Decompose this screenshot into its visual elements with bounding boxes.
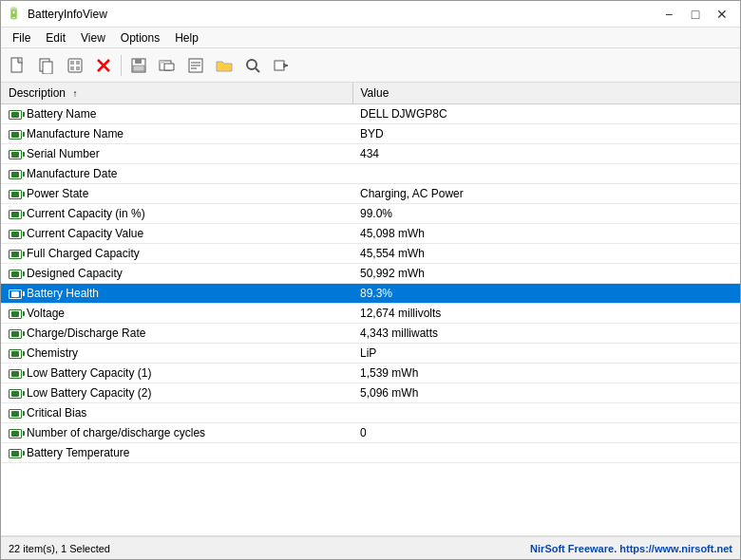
svg-line-21	[256, 68, 259, 72]
description-text: Battery Temperature	[27, 446, 130, 459]
cell-description: Current Capacity (in %)	[1, 204, 352, 224]
description-text: Low Battery Capacity (1)	[27, 366, 151, 380]
battery-icon	[9, 329, 22, 339]
toolbar-new[interactable]	[5, 53, 31, 78]
table-row[interactable]: Power StateCharging, AC Power	[1, 184, 740, 204]
battery-icon	[9, 309, 22, 319]
table-row[interactable]: Low Battery Capacity (2)5,096 mWh	[1, 383, 740, 403]
cell-value	[352, 443, 740, 463]
cell-value: 1,539 mWh	[352, 364, 740, 383]
svg-rect-14	[160, 61, 164, 64]
view-icon	[66, 57, 84, 74]
description-text: Serial Number	[27, 147, 100, 160]
menu-view[interactable]: View	[73, 29, 113, 47]
description-text: Number of charge/discharge cycles	[27, 426, 205, 439]
cell-description: Number of charge/discharge cycles	[1, 423, 352, 443]
nirsoft-link[interactable]: NirSoft Freeware. https://www.nirsoft.ne…	[530, 543, 732, 554]
table-row[interactable]: ChemistryLiP	[1, 344, 740, 364]
save-icon	[130, 57, 147, 74]
table-row[interactable]: Serial Number434	[1, 144, 740, 164]
cell-value: 99.0%	[352, 204, 740, 224]
description-text: Current Capacity (in %)	[27, 207, 145, 220]
toolbar-exit[interactable]	[268, 53, 294, 78]
menu-edit[interactable]: Edit	[38, 29, 73, 47]
cell-description: Manufacture Date	[1, 164, 352, 184]
cell-value: DELL DJWGP8C	[352, 104, 740, 124]
table-row[interactable]: Battery Temperature	[1, 443, 740, 463]
exit-icon	[273, 57, 290, 74]
battery-icon	[9, 230, 22, 239]
folder-icon	[216, 57, 233, 74]
cell-description: Battery Health	[1, 284, 352, 304]
battery-icon	[9, 389, 22, 399]
table-row[interactable]: Charge/Discharge Rate4,343 milliwatts	[1, 324, 740, 344]
delete-icon	[95, 57, 112, 74]
cell-value: 50,992 mWh	[352, 264, 740, 284]
toolbar	[1, 48, 740, 83]
toolbar-folder[interactable]	[211, 53, 238, 78]
toolbar-search[interactable]	[239, 53, 266, 78]
table-row[interactable]: Current Capacity (in %)99.0%	[1, 204, 740, 224]
table-row[interactable]: Critical Bias	[1, 403, 740, 423]
copy-icon	[38, 57, 55, 74]
svg-rect-6	[70, 66, 74, 70]
table-row[interactable]: Number of charge/discharge cycles0	[1, 423, 740, 443]
cell-description: Power State	[1, 184, 352, 204]
menu-file[interactable]: File	[5, 29, 38, 47]
battery-icon	[9, 190, 22, 199]
toolbar-copy[interactable]	[33, 53, 60, 78]
table-row[interactable]: Battery NameDELL DJWGP8C	[1, 104, 740, 124]
description-text: Battery Name	[27, 107, 96, 121]
battery-icon	[9, 110, 22, 120]
table-row[interactable]: Low Battery Capacity (1)1,539 mWh	[1, 364, 740, 383]
cell-description: Low Battery Capacity (1)	[1, 364, 352, 383]
toolbar-delete[interactable]	[90, 53, 117, 78]
table-row[interactable]: Manufacture Date	[1, 164, 740, 184]
description-text: Chemistry	[27, 346, 78, 360]
svg-rect-7	[76, 66, 80, 70]
report-icon	[187, 57, 204, 74]
description-text: Voltage	[27, 307, 65, 320]
battery-icon	[9, 409, 22, 419]
battery-icon	[9, 289, 22, 299]
cell-description: Manufacture Name	[1, 124, 352, 144]
cell-description: Battery Name	[1, 104, 352, 124]
title-bar: 🔋 BatteryInfoView − □ ✕	[1, 1, 740, 28]
table-row[interactable]: Manufacture NameBYD	[1, 124, 740, 144]
table-row[interactable]: Full Charged Capacity45,554 mWh	[1, 244, 740, 264]
svg-rect-4	[70, 61, 74, 65]
toolbar-save[interactable]	[125, 53, 152, 78]
description-text: Charge/Discharge Rate	[27, 327, 145, 340]
table-row[interactable]: Current Capacity Value45,098 mWh	[1, 224, 740, 244]
cell-description: Battery Temperature	[1, 443, 352, 463]
minimize-button[interactable]: −	[656, 5, 681, 24]
description-text: Manufacture Date	[27, 167, 117, 180]
battery-icon	[9, 250, 22, 259]
description-text: Battery Health	[27, 287, 99, 300]
status-bar: 22 item(s), 1 Selected NirSoft Freeware.…	[1, 536, 740, 559]
description-text: Low Battery Capacity (2)	[27, 386, 151, 400]
title-bar-text: BatteryInfoView	[28, 8, 656, 21]
table-row[interactable]: Designed Capacity50,992 mWh	[1, 264, 740, 284]
col-value[interactable]: Value	[352, 83, 740, 104]
table-row[interactable]: Voltage12,674 millivolts	[1, 304, 740, 324]
battery-icon	[9, 170, 22, 179]
maximize-button[interactable]: □	[683, 5, 708, 24]
cell-description: Low Battery Capacity (2)	[1, 383, 352, 403]
cell-description: Serial Number	[1, 144, 352, 164]
svg-rect-22	[275, 61, 284, 70]
description-text: Critical Bias	[27, 406, 86, 420]
menu-bar: File Edit View Options Help	[1, 28, 740, 48]
cell-value: 12,674 millivolts	[352, 304, 740, 324]
col-description[interactable]: Description ↑	[1, 83, 352, 104]
table-container[interactable]: Description ↑ Value Battery NameDELL DJW…	[1, 83, 740, 536]
toolbar-open[interactable]	[154, 53, 180, 78]
battery-icon	[9, 349, 22, 359]
cell-value: 5,096 mWh	[352, 383, 740, 403]
toolbar-report[interactable]	[182, 53, 209, 78]
close-button[interactable]: ✕	[710, 5, 734, 24]
toolbar-view[interactable]	[62, 53, 88, 78]
table-row[interactable]: Battery Health89.3%	[1, 284, 740, 304]
menu-help[interactable]: Help	[167, 29, 206, 47]
menu-options[interactable]: Options	[113, 29, 167, 47]
